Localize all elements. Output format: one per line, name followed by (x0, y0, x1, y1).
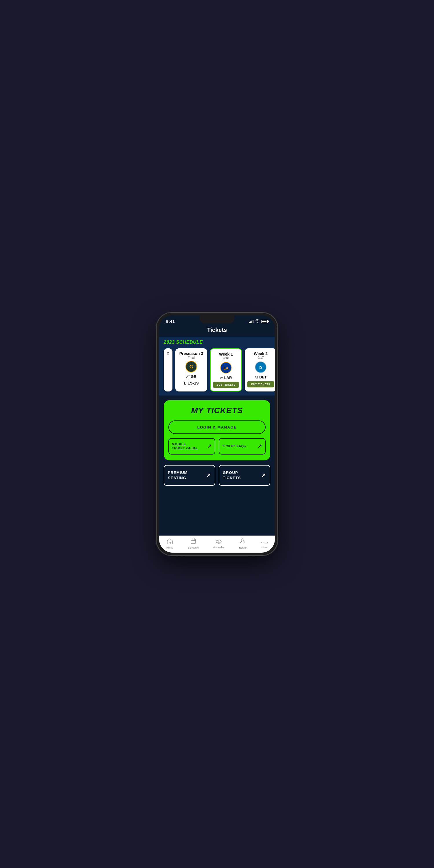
buy-tickets-week2[interactable]: BUY TICKETS (247, 381, 274, 388)
scroll-content[interactable]: 2023 SCHEDULE 2 Preseason 3 Final (159, 337, 275, 535)
schedule-header: 2023 SCHEDULE (159, 337, 275, 348)
partial-card-left: 2 (164, 348, 173, 392)
tab-gameday-label: Gameday (213, 546, 224, 549)
card-week-week1: Week 1 (213, 352, 239, 356)
schedule-card-preseason3[interactable]: Preseason 3 Final G AT GB L 15-19 (175, 348, 207, 392)
mobile-guide-arrow-icon: ↗ (207, 443, 212, 450)
tab-schedule-label: Schedule (188, 546, 199, 549)
card-opponent-preseason3: AT GB (178, 374, 205, 379)
status-icons (249, 319, 268, 324)
premium-seating-button[interactable]: PREMIUMSEATING ↗ (164, 465, 215, 486)
schedule-card-week2[interactable]: Week 2 9/17 D AT DET BUY TICKETS (245, 348, 275, 392)
tab-roster-label: Roster (239, 546, 247, 549)
svg-point-15 (266, 542, 267, 544)
card-opponent-week2: AT DET (247, 375, 274, 379)
premium-seating-arrow-icon: ↗ (206, 472, 211, 479)
team-logo-det: D (255, 361, 267, 373)
tab-gameday[interactable]: Gameday (213, 538, 224, 549)
svg-text:D: D (259, 365, 262, 370)
card-date-week1: 9/10 (213, 356, 239, 360)
schedule-card-week1[interactable]: Week 1 9/10 LA vs LAR BUY TICKETS (210, 348, 242, 392)
card-week-preseason3: Preseason 3 (178, 351, 205, 356)
signal-icon (249, 320, 254, 323)
team-logo-lar: LA (220, 362, 232, 374)
wifi-icon (255, 319, 259, 324)
roster-icon (240, 538, 246, 546)
tab-home[interactable]: Home (166, 538, 173, 549)
ticket-actions-row: MOBILETICKET GUIDE ↗ TICKET FAQs ↗ (168, 438, 266, 455)
group-tickets-button[interactable]: GROUPTICKETS ↗ (219, 465, 270, 486)
card-result-preseason3: Final (178, 356, 205, 359)
battery-icon (261, 320, 268, 323)
svg-text:LA: LA (223, 366, 228, 370)
ticket-faqs-arrow-icon: ↗ (257, 443, 262, 450)
svg-point-12 (242, 539, 244, 541)
team-logo-gb: G (185, 361, 197, 373)
status-bar: 9:41 (159, 315, 275, 325)
premium-seating-label: PREMIUMSEATING (168, 470, 187, 480)
my-tickets-title: MY TICKETS (168, 406, 266, 415)
mobile-guide-label: MOBILETICKET GUIDE (172, 442, 198, 451)
home-icon (167, 538, 173, 546)
notch (199, 315, 235, 323)
svg-point-13 (261, 542, 263, 544)
more-icon (261, 538, 268, 545)
ticket-faqs-button[interactable]: TICKET FAQs ↗ (219, 438, 266, 455)
group-tickets-arrow-icon: ↗ (261, 472, 266, 479)
svg-text:G: G (189, 364, 193, 369)
tab-more-label: More (261, 546, 268, 549)
tab-roster[interactable]: Roster (239, 538, 247, 549)
mobile-ticket-guide-button[interactable]: MOBILETICKET GUIDE ↗ (168, 438, 215, 455)
bottom-buttons-row: PREMIUMSEATING ↗ GROUPTICKETS ↗ (159, 465, 275, 490)
page-header: Tickets (159, 325, 275, 337)
ticket-faqs-label: TICKET FAQs (222, 444, 246, 448)
group-tickets-label: GROUPTICKETS (223, 470, 241, 480)
buy-tickets-week1[interactable]: BUY TICKETS (213, 382, 239, 388)
tab-bar: Home Schedule (159, 535, 275, 553)
phone-frame: 9:41 Tickets 2 (156, 312, 278, 556)
schedule-cards-container[interactable]: 2 Preseason 3 Final G AT GB (159, 348, 275, 396)
phone-screen: 9:41 Tickets 2 (159, 315, 275, 553)
card-date-week2: 9/17 (247, 356, 274, 359)
svg-point-14 (264, 542, 265, 544)
my-tickets-card: MY TICKETS LOGIN & MANAGE MOBILETICKET G… (164, 400, 270, 460)
schedule-icon (190, 538, 196, 546)
card-week-week2: Week 2 (247, 351, 274, 356)
gameday-icon (216, 538, 222, 545)
card-opponent-week1: vs LAR (213, 376, 239, 380)
page-title: Tickets (159, 327, 275, 333)
time-display: 9:41 (166, 319, 175, 324)
login-manage-button[interactable]: LOGIN & MANAGE (168, 421, 266, 434)
schedule-title: 2023 SCHEDULE (164, 340, 270, 345)
svg-rect-6 (191, 539, 195, 544)
my-tickets-section: MY TICKETS LOGIN & MANAGE MOBILETICKET G… (159, 396, 275, 465)
tab-home-label: Home (166, 546, 173, 549)
tab-schedule[interactable]: Schedule (188, 538, 199, 549)
tab-more[interactable]: More (261, 538, 268, 549)
card-score-preseason3: L 15-19 (178, 380, 205, 385)
